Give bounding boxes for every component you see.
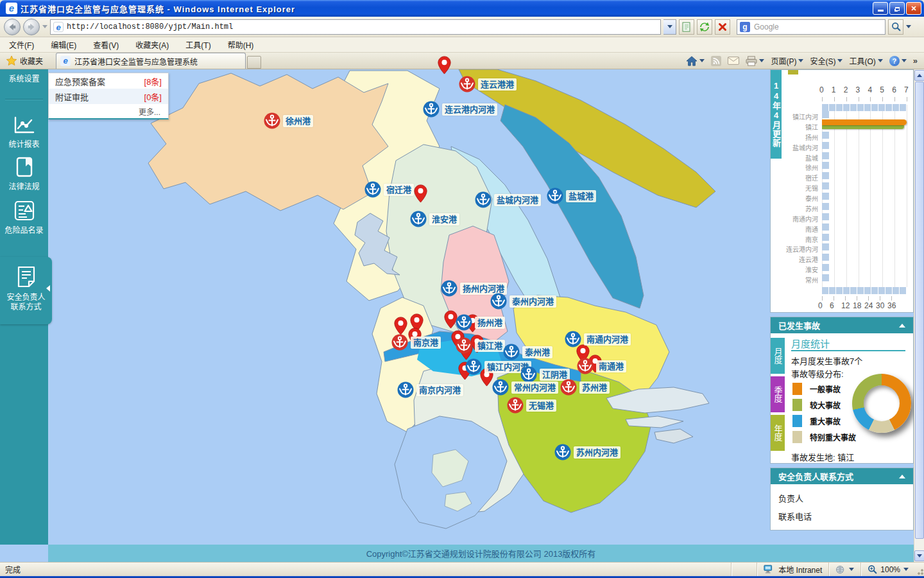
port-marker[interactable]: 南京内河港: [397, 381, 463, 398]
port-marker[interactable]: 盐城内河港: [475, 191, 541, 208]
contact-panel-header[interactable]: 安全负责人联系方式: [771, 468, 913, 484]
collapse-icon[interactable]: [899, 475, 905, 478]
contact-phone-label: 联系电话: [778, 510, 812, 522]
accident-tab-2[interactable]: 年度: [771, 415, 785, 451]
close-button[interactable]: ✕: [906, 2, 921, 15]
scroll-down-button[interactable]: [914, 550, 924, 561]
search-options-dropdown[interactable]: [906, 25, 911, 28]
monthly-stats-title: 月度统计: [791, 337, 830, 350]
computer-icon: [764, 565, 775, 574]
address-field[interactable]: e http://localhost:8080/yjpt/Main.html: [50, 19, 661, 35]
port-marker-label: 无锡港: [526, 399, 556, 412]
read-mail-button[interactable]: [728, 57, 739, 65]
favorites-button[interactable]: 收藏夹: [0, 53, 49, 69]
port-marker[interactable]: 镇江港: [456, 337, 505, 354]
port-marker[interactable]: 淮安港: [410, 211, 459, 227]
accident-donut-chart: [852, 374, 911, 433]
anchor-icon: [490, 293, 507, 310]
safety-menu[interactable]: 安全(S): [810, 55, 843, 66]
scrollbar-thumb[interactable]: [915, 82, 924, 539]
map-pin[interactable]: [414, 184, 427, 206]
sidebar-item-system-settings[interactable]: 系统设置: [0, 72, 48, 84]
anchor-icon: [391, 334, 408, 351]
new-tab-button[interactable]: [247, 56, 261, 69]
port-marker[interactable]: 南京港: [391, 334, 441, 351]
stop-button[interactable]: [715, 19, 730, 35]
port-marker[interactable]: 扬州港: [456, 314, 505, 331]
home-button[interactable]: [686, 56, 705, 66]
resize-grip[interactable]: [915, 563, 924, 577]
location-pin-icon: [394, 317, 407, 335]
security-zone: 本地 Intranet: [757, 563, 828, 577]
top-axis-tick: 6: [892, 85, 896, 94]
zoom-control[interactable]: 100%: [860, 563, 915, 577]
print-button[interactable]: [746, 56, 764, 66]
port-marker[interactable]: 连云港港: [459, 76, 517, 92]
anchor-icon: [397, 381, 414, 398]
search-go-button[interactable]: [888, 19, 903, 35]
port-marker[interactable]: 宿迁港: [364, 181, 414, 198]
page-footer: Copyright©江苏省交通规划设计院股份有限公司 2013版权所有: [48, 545, 914, 562]
tools-menu[interactable]: 工具(O): [849, 55, 882, 66]
compatibility-view-button[interactable]: [679, 19, 694, 35]
sidebar-item-safety-contacts[interactable]: 安全负责人联系方式: [0, 257, 52, 324]
toolbar-overflow[interactable]: »: [913, 56, 918, 66]
port-marker[interactable]: 泰州内河港: [490, 293, 556, 310]
menu-item-4[interactable]: 工具(T): [185, 39, 210, 50]
vertical-scrollbar[interactable]: [914, 69, 924, 562]
sidebar-item-laws[interactable]: 法律法规: [0, 157, 48, 192]
favorites-label: 收藏夹: [20, 55, 43, 66]
anchor-icon: [364, 181, 381, 198]
google-favicon: g: [740, 22, 750, 32]
scroll-up-button[interactable]: [914, 70, 924, 81]
menu-item-2[interactable]: 查看(V): [93, 39, 119, 50]
port-marker[interactable]: 苏州港: [560, 379, 610, 396]
refresh-button[interactable]: [697, 19, 712, 35]
location-pin-icon: [438, 56, 451, 74]
port-marker[interactable]: 徐州港: [264, 112, 313, 129]
feed-button[interactable]: [711, 56, 721, 66]
map-pin[interactable]: [438, 56, 451, 77]
bottom-axis-tick: 30: [876, 301, 884, 310]
port-marker[interactable]: 苏州内河港: [554, 444, 620, 460]
accident-tab-1[interactable]: 季度: [771, 376, 785, 412]
menu-item-0[interactable]: 文件(F): [9, 39, 34, 50]
quick-panel-row-1[interactable]: 附证审批[0条]: [49, 89, 168, 104]
forward-button[interactable]: [23, 19, 40, 35]
restore-button[interactable]: [889, 2, 905, 15]
sidebar-item-dangerous-goods[interactable]: 危险品名录: [0, 200, 48, 236]
back-button[interactable]: [4, 19, 21, 35]
history-dropdown[interactable]: [42, 25, 47, 28]
sidebar-item-statistics[interactable]: 统计报表: [0, 116, 48, 150]
page-menu[interactable]: 页面(P): [771, 55, 803, 66]
search-input[interactable]: g Google: [737, 19, 886, 35]
collapse-icon[interactable]: [899, 324, 905, 328]
menu-item-1[interactable]: 编辑(E): [51, 39, 76, 50]
help-icon: ?: [889, 56, 900, 66]
help-menu[interactable]: ?: [889, 56, 907, 66]
protected-mode-button[interactable]: [828, 563, 860, 577]
port-marker[interactable]: 盐城港: [547, 188, 596, 204]
port-marker[interactable]: 南通内河港: [565, 331, 631, 347]
minimize-button[interactable]: [873, 2, 888, 15]
quick-panel-more[interactable]: 更多...: [49, 104, 168, 118]
port-marker[interactable]: 常州内河港: [492, 379, 558, 396]
chart-category-label: 镇江内河: [771, 112, 818, 121]
tab-bar: 收藏夹 e 江苏省港口安全监管与应急管理系统 页面(P) 安全(S): [0, 53, 924, 69]
port-marker-label: 盐城内河港: [494, 194, 541, 206]
port-marker[interactable]: 连云港内河港: [423, 101, 497, 118]
globe-icon: [835, 565, 846, 574]
accident-tab-0[interactable]: 月度: [771, 338, 785, 374]
address-dropdown-button[interactable]: [663, 19, 676, 35]
port-marker[interactable]: 无锡港: [507, 397, 556, 414]
accidents-panel-header[interactable]: 已发生事故: [771, 317, 913, 333]
legend-swatch: [792, 383, 802, 395]
port-marker[interactable]: 南通港: [577, 358, 626, 374]
menu-item-5[interactable]: 帮助(H): [228, 39, 254, 50]
bottom-axis-tick: 12: [841, 301, 850, 310]
legend-swatch: [792, 431, 802, 443]
quick-row-label: 应急预案备案: [55, 75, 105, 87]
tab-active[interactable]: e 江苏省港口安全监管与应急管理系统: [56, 53, 246, 69]
quick-panel-row-0[interactable]: 应急预案备案[8条]: [49, 73, 168, 89]
menu-item-3[interactable]: 收藏夹(A): [135, 39, 169, 50]
